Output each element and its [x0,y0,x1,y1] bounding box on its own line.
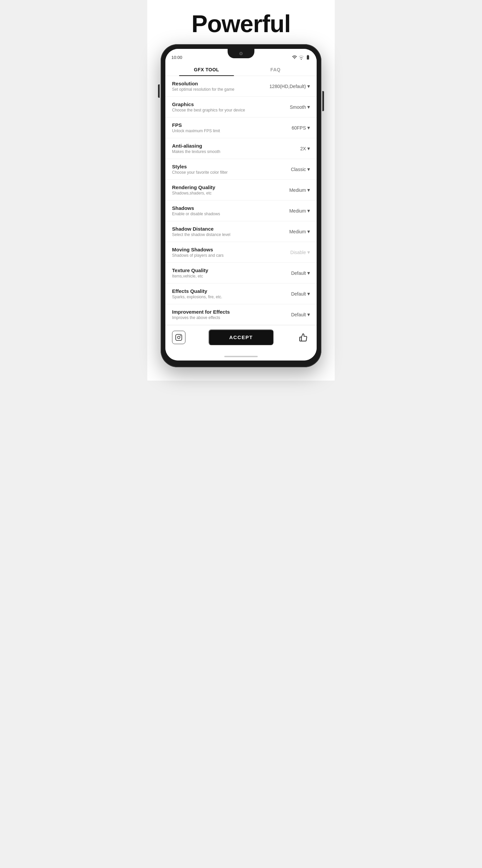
setting-right-styles: Classic ▾ [273,167,310,172]
setting-desc-fps: Unlock maximum FPS limit [172,128,273,133]
setting-right-shadow-distance: Medium ▾ [273,229,310,234]
wifi-icon [292,55,297,60]
setting-styles[interactable]: Styles Choose your favorite color filter… [165,159,317,180]
phone-frame: 10:00 [161,44,321,367]
home-bar [224,356,258,357]
chevron-down-icon: ▾ [307,167,310,172]
setting-desc-graphics: Choose the best graphics for your device [172,108,273,113]
chevron-down-icon: ▾ [307,104,310,110]
setting-left: Texture Quality Items,vehicle, etc [172,268,273,279]
setting-left: Anti-aliasing Makes the textures smooth [172,143,273,154]
chevron-down-icon: ▾ [307,291,310,297]
chevron-down-icon: ▾ [307,250,310,255]
setting-title-anti-aliasing: Anti-aliasing [172,143,273,149]
setting-desc-rendering-quality: Shadows,shaders, etc [172,191,273,195]
setting-desc-resolution: Set optimal resolution for the game [172,87,269,92]
setting-right-texture-quality: Default ▾ [273,271,310,276]
setting-title-resolution: Resolution [172,81,269,86]
chevron-down-icon: ▾ [307,271,310,276]
setting-title-fps: FPS [172,122,273,128]
setting-title-moving-shadows: Moving Shadows [172,247,273,252]
setting-shadows[interactable]: Shadows Enable or disable shadows Medium… [165,200,317,221]
setting-right-fps: 60FPS ▾ [273,125,310,130]
chevron-down-icon: ▾ [307,208,310,214]
setting-title-improvement-effects: Improvement for Effects [172,309,273,315]
setting-value-effects-quality: Default [291,291,306,297]
setting-shadow-distance[interactable]: Shadow Distance Select the shadow distan… [165,221,317,242]
setting-left: Moving Shadows Shadows of players and ca… [172,247,273,258]
svg-point-2 [178,336,180,338]
app-tabs: GFX TOOL FAQ [165,62,317,76]
svg-point-0 [301,59,302,60]
setting-title-styles: Styles [172,164,273,169]
setting-desc-effects-quality: Sparks, explosions, fire, etc. [172,294,273,299]
setting-right-rendering-quality: Medium ▾ [273,187,310,193]
setting-desc-moving-shadows: Shadows of players and cars [172,253,273,258]
svg-rect-1 [176,334,182,340]
setting-right-moving-shadows: Disable ▾ [273,250,310,255]
setting-title-texture-quality: Texture Quality [172,268,273,273]
setting-value-texture-quality: Default [291,271,306,276]
setting-resolution[interactable]: Resolution Set optimal resolution for th… [165,76,317,97]
tab-faq[interactable]: FAQ [241,62,310,76]
notch-cutout [228,49,254,58]
setting-right-anti-aliasing: 2X ▾ [273,146,310,151]
svg-point-3 [180,335,181,336]
setting-right-effects-quality: Default ▾ [273,291,310,297]
setting-left: Improvement for Effects Improves the abo… [172,309,273,320]
instagram-icon[interactable] [172,331,186,344]
status-time: 10:00 [171,55,183,60]
chevron-down-icon: ▾ [307,125,310,130]
setting-rendering-quality[interactable]: Rendering Quality Shadows,shaders, etc M… [165,180,317,200]
setting-value-fps: 60FPS [292,125,306,130]
setting-title-rendering-quality: Rendering Quality [172,184,273,190]
setting-left: Rendering Quality Shadows,shaders, etc [172,184,273,195]
setting-title-graphics: Graphics [172,101,273,107]
setting-desc-improvement-effects: Improves the above effects [172,315,273,320]
setting-desc-shadows: Enable or disable shadows [172,212,273,216]
setting-fps[interactable]: FPS Unlock maximum FPS limit 60FPS ▾ [165,118,317,138]
bottom-bar: ACCEPT [165,325,317,349]
setting-title-effects-quality: Effects Quality [172,288,273,294]
setting-value-styles: Classic [291,167,306,172]
setting-desc-texture-quality: Items,vehicle, etc [172,274,273,279]
setting-title-shadows: Shadows [172,205,273,211]
setting-left: FPS Unlock maximum FPS limit [172,122,273,133]
setting-anti-aliasing[interactable]: Anti-aliasing Makes the textures smooth … [165,138,317,159]
setting-left: Graphics Choose the best graphics for yo… [172,101,273,113]
tab-gfx-tool[interactable]: GFX TOOL [172,62,241,76]
setting-left: Shadow Distance Select the shadow distan… [172,226,273,237]
phone-inner: 10:00 [165,49,317,361]
setting-right-graphics: Smooth ▾ [273,104,310,110]
setting-improvement-effects[interactable]: Improvement for Effects Improves the abo… [165,304,317,325]
chevron-down-icon: ▾ [307,312,310,317]
signal-icon [298,55,304,60]
battery-icon [305,55,311,60]
setting-moving-shadows[interactable]: Moving Shadows Shadows of players and ca… [165,242,317,263]
thumbs-up-icon[interactable] [296,331,310,344]
setting-right-shadows: Medium ▾ [273,208,310,214]
setting-left: Shadows Enable or disable shadows [172,205,273,216]
chevron-down-icon: ▾ [307,187,310,193]
chevron-down-icon: ▾ [307,84,310,89]
camera-dot [239,52,243,55]
setting-value-anti-aliasing: 2X [300,146,306,151]
accept-button[interactable]: ACCEPT [208,330,274,345]
setting-left: Resolution Set optimal resolution for th… [172,81,269,92]
setting-graphics[interactable]: Graphics Choose the best graphics for yo… [165,97,317,118]
setting-value-rendering-quality: Medium [289,187,306,193]
setting-value-resolution: 1280(HD,Default) [269,84,306,89]
setting-value-shadows: Medium [289,208,306,214]
setting-value-graphics: Smooth [290,104,306,110]
setting-texture-quality[interactable]: Texture Quality Items,vehicle, etc Defau… [165,263,317,283]
setting-right-improvement-effects: Default ▾ [273,312,310,317]
setting-left: Effects Quality Sparks, explosions, fire… [172,288,273,299]
home-indicator [165,349,317,361]
settings-list: Resolution Set optimal resolution for th… [165,76,317,325]
chevron-down-icon: ▾ [307,146,310,151]
setting-effects-quality[interactable]: Effects Quality Sparks, explosions, fire… [165,283,317,304]
page-title: Powerful [147,0,335,44]
chevron-down-icon: ▾ [307,229,310,234]
status-icons [292,55,311,60]
setting-value-shadow-distance: Medium [289,229,306,234]
